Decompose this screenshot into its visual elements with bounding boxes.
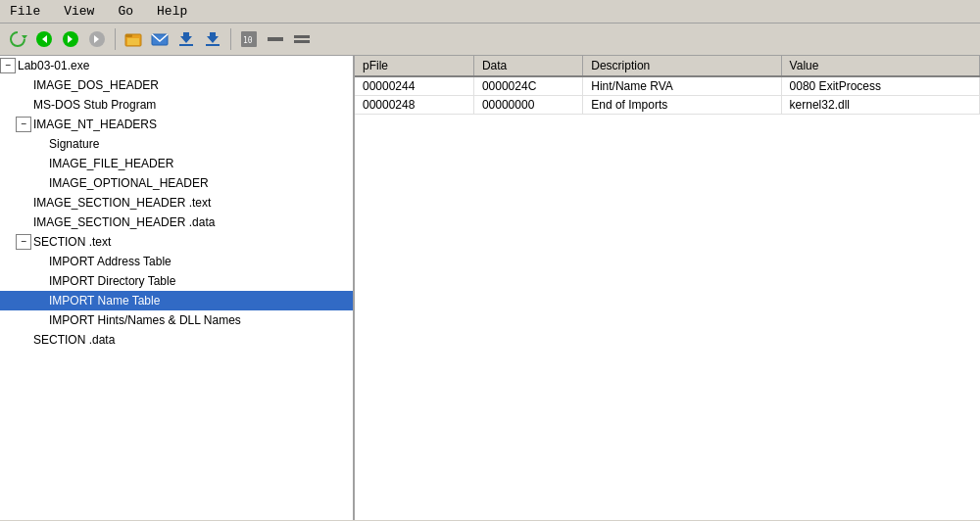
- tree-node-section-header-text[interactable]: IMAGE_SECTION_HEADER .text: [0, 193, 353, 213]
- tree-label-import-name: IMPORT Name Table: [49, 294, 160, 308]
- tree-node-import-hints[interactable]: IMPORT Hints/Names & DLL Names: [0, 310, 353, 330]
- menu-bar: File View Go Help: [0, 0, 980, 24]
- tree-node-nt-headers[interactable]: −IMAGE_NT_HEADERS: [0, 115, 353, 134]
- stop-icon: [87, 29, 107, 49]
- refresh-icon: [8, 29, 27, 49]
- download2-icon: [203, 29, 222, 49]
- spacer-section-header-data: [16, 214, 31, 230]
- expander-section-text[interactable]: −: [16, 234, 31, 250]
- menu-go[interactable]: Go: [112, 2, 139, 21]
- svg-rect-19: [294, 40, 310, 43]
- tree-label-optional-header: IMAGE_OPTIONAL_HEADER: [49, 176, 209, 190]
- cell-data-0: 0000024C: [473, 76, 582, 96]
- svg-rect-17: [268, 37, 283, 41]
- svg-rect-8: [125, 34, 132, 37]
- spacer-signature: [31, 136, 47, 152]
- minus-button[interactable]: [264, 27, 287, 51]
- spacer-dos-header: [16, 77, 31, 93]
- col-value: Value: [781, 56, 979, 76]
- tree-label-signature: Signature: [49, 137, 99, 151]
- menu-help[interactable]: Help: [151, 2, 193, 21]
- expander-root[interactable]: −: [0, 58, 16, 73]
- hex-icon: 10: [239, 29, 259, 49]
- menu-file[interactable]: File: [4, 2, 46, 21]
- expander-nt-headers[interactable]: −: [16, 117, 31, 132]
- tree-label-import-hints: IMPORT Hints/Names & DLL Names: [49, 313, 241, 327]
- tree-label-import-addr: IMPORT Address Table: [49, 255, 172, 268]
- svg-rect-18: [294, 35, 310, 38]
- tree-panel[interactable]: −Lab03-01.exeIMAGE_DOS_HEADERMS-DOS Stub…: [0, 56, 355, 520]
- spacer-import-addr: [31, 254, 47, 269]
- svg-rect-14: [206, 44, 220, 46]
- tree-label-msdos-stub: MS-DOS Stub Program: [33, 98, 156, 112]
- back-icon: [34, 29, 54, 49]
- tree-label-section-header-text: IMAGE_SECTION_HEADER .text: [33, 196, 211, 210]
- download-button[interactable]: [174, 27, 198, 51]
- back-button[interactable]: [32, 27, 56, 51]
- cell-value-0: 0080 ExitProcess: [781, 76, 979, 96]
- tree-node-import-name[interactable]: IMPORT Name Table: [0, 291, 353, 310]
- table-row[interactable]: 00000244 0000024C Hint/Name RVA 0080 Exi…: [355, 76, 980, 96]
- svg-rect-9: [127, 38, 139, 45]
- tree-node-signature[interactable]: Signature: [0, 134, 353, 154]
- tree-label-import-dir: IMPORT Directory Table: [49, 274, 175, 288]
- spacer-section-header-text: [16, 195, 31, 211]
- svg-marker-13: [207, 32, 219, 43]
- tree-label-file-header: IMAGE_FILE_HEADER: [49, 157, 173, 170]
- cell-pfile-1: 00000248: [355, 96, 473, 115]
- tree-node-section-data[interactable]: SECTION .data: [0, 330, 353, 350]
- tree-node-msdos-stub[interactable]: MS-DOS Stub Program: [0, 95, 353, 115]
- menu-view[interactable]: View: [58, 2, 100, 21]
- tree-node-dos-header[interactable]: IMAGE_DOS_HEADER: [0, 75, 353, 95]
- toolbar-sep-1: [115, 28, 116, 50]
- toolbar: 10: [0, 24, 980, 56]
- toolbar-sep-2: [230, 28, 231, 50]
- svg-marker-0: [22, 35, 27, 39]
- spacer-import-dir: [31, 273, 47, 289]
- col-pfile: pFile: [355, 56, 473, 76]
- table-row[interactable]: 00000248 00000000 End of Imports kernel3…: [355, 96, 980, 115]
- tree-label-section-text: SECTION .text: [33, 235, 111, 249]
- hex-button[interactable]: 10: [237, 27, 261, 51]
- table-header-row: pFile Data Description Value: [355, 56, 980, 76]
- tree-node-import-dir[interactable]: IMPORT Directory Table: [0, 271, 353, 291]
- spacer-msdos-stub: [16, 97, 31, 113]
- col-data: Data: [473, 56, 582, 76]
- cell-pfile-0: 00000244: [355, 76, 473, 96]
- download2-button[interactable]: [201, 27, 224, 51]
- tree-label-section-header-data: IMAGE_SECTION_HEADER .data: [33, 215, 215, 229]
- svg-rect-12: [179, 44, 193, 46]
- tree-node-import-addr[interactable]: IMPORT Address Table: [0, 252, 353, 271]
- data-table: pFile Data Description Value 00000244 00…: [355, 56, 980, 115]
- refresh-button[interactable]: [6, 27, 29, 51]
- svg-marker-11: [180, 32, 192, 43]
- open-button[interactable]: [122, 27, 145, 51]
- tree-label-root: Lab03-01.exe: [18, 59, 89, 72]
- minus-icon: [266, 29, 285, 49]
- tree-node-section-text[interactable]: −SECTION .text: [0, 232, 353, 252]
- tree-node-root[interactable]: −Lab03-01.exe: [0, 56, 353, 75]
- open-icon: [123, 29, 143, 49]
- spacer-file-header: [31, 156, 47, 171]
- email-icon: [150, 29, 170, 49]
- minus2-button[interactable]: [290, 27, 314, 51]
- spacer-import-name: [31, 293, 47, 308]
- email-button[interactable]: [148, 27, 172, 51]
- tree-node-optional-header[interactable]: IMAGE_OPTIONAL_HEADER: [0, 173, 353, 193]
- spacer-optional-header: [31, 175, 47, 191]
- spacer-section-data: [16, 332, 31, 348]
- download-icon: [176, 29, 196, 49]
- cell-value-1: kernel32.dll: [781, 96, 979, 115]
- cell-description-0: Hint/Name RVA: [583, 76, 781, 96]
- tree-label-nt-headers: IMAGE_NT_HEADERS: [33, 118, 157, 131]
- col-description: Description: [583, 56, 781, 76]
- forward-button[interactable]: [59, 27, 82, 51]
- spacer-import-hints: [31, 312, 47, 328]
- svg-text:10: 10: [243, 36, 253, 45]
- stop-button[interactable]: [85, 27, 109, 51]
- cell-data-1: 00000000: [473, 96, 582, 115]
- table-panel[interactable]: pFile Data Description Value 00000244 00…: [355, 56, 980, 520]
- minus2-icon: [292, 29, 312, 49]
- tree-node-file-header[interactable]: IMAGE_FILE_HEADER: [0, 154, 353, 173]
- tree-node-section-header-data[interactable]: IMAGE_SECTION_HEADER .data: [0, 213, 353, 232]
